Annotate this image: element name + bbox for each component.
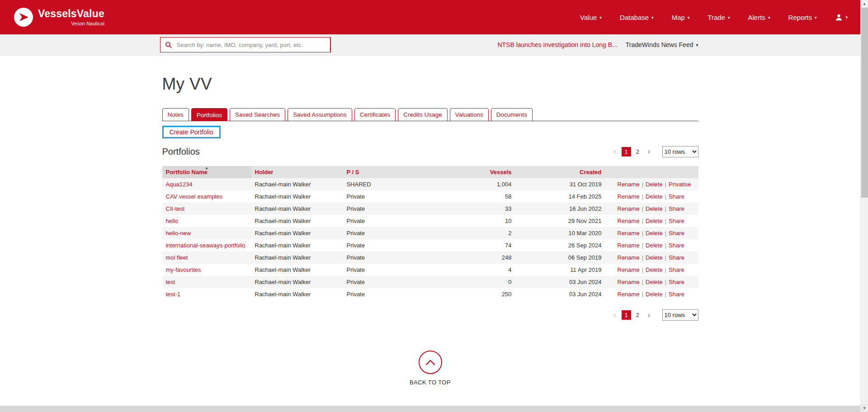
page-button-1[interactable]: 1 xyxy=(622,310,631,320)
share-link[interactable]: Share xyxy=(669,218,684,224)
nav-item-trade[interactable]: Trade▾ xyxy=(708,14,730,21)
next-page-button[interactable]: › xyxy=(644,310,654,320)
vesselsvalue-logo[interactable]: VesselsValue Veson Nautical xyxy=(14,7,104,27)
ps-cell: Private xyxy=(343,203,427,215)
back-to-top-button[interactable]: BACK TO TOP xyxy=(162,350,698,386)
share-link[interactable]: Share xyxy=(669,254,684,261)
vessels-cell: 58 xyxy=(427,190,515,203)
prev-page-button[interactable]: ‹ xyxy=(610,310,620,320)
nav-item-reports[interactable]: Reports▾ xyxy=(788,14,816,21)
share-link[interactable]: Share xyxy=(669,230,684,237)
portfolio-name-link[interactable]: CAV vessel examples xyxy=(166,193,222,200)
share-link[interactable]: Share xyxy=(669,242,684,249)
tab-saved-assumptions[interactable]: Saved Assumptions xyxy=(288,108,352,121)
holder-cell: Rachael-main Walker xyxy=(251,251,343,264)
rename-link[interactable]: Rename xyxy=(618,218,640,224)
back-to-top-circle[interactable] xyxy=(419,350,442,374)
holder-cell: Rachael-main Walker xyxy=(251,178,343,190)
portfolio-name-link[interactable]: CII-test xyxy=(166,205,185,212)
nav-item-value[interactable]: Value▾ xyxy=(580,14,602,21)
rows-per-page-select[interactable]: 10 rows xyxy=(662,146,698,157)
tab-documents[interactable]: Documents xyxy=(491,108,533,121)
tab-valuations[interactable]: Valuations xyxy=(450,108,489,121)
chevron-down-icon: ▾ xyxy=(599,14,602,20)
header-vessels[interactable]: Vessels xyxy=(427,166,515,178)
prev-page-button[interactable]: ‹ xyxy=(610,147,620,156)
delete-link[interactable]: Delete xyxy=(646,218,663,224)
page-button-2[interactable]: 2 xyxy=(633,147,642,156)
header-created[interactable]: Created xyxy=(515,166,605,178)
news-headline-link[interactable]: NTSB launches investigation into Long B.… xyxy=(497,41,617,48)
scrollbar-thumb[interactable] xyxy=(861,8,868,198)
portfolio-name-link[interactable]: international-seaways-portfolio xyxy=(166,242,245,249)
rename-link[interactable]: Rename xyxy=(618,254,640,261)
action-separator: | xyxy=(665,205,666,212)
rename-link[interactable]: Rename xyxy=(618,205,640,212)
privatise-link[interactable]: Privatise xyxy=(669,181,691,188)
page-button-1[interactable]: 1 xyxy=(622,147,631,156)
tab-notes[interactable]: Notes xyxy=(162,108,189,121)
header-portfolio-name[interactable]: ▲ Portfolio Name xyxy=(162,166,251,178)
delete-link[interactable]: Delete xyxy=(646,291,663,298)
next-page-button[interactable]: › xyxy=(644,147,654,156)
table-row: international-seaways-portfolio Rachael-… xyxy=(162,239,698,251)
rename-link[interactable]: Rename xyxy=(618,181,640,188)
holder-cell: Rachael-main Walker xyxy=(251,227,343,239)
portfolio-name-link[interactable]: Aqua1234 xyxy=(166,181,193,188)
nav-item-database[interactable]: Database▾ xyxy=(620,14,654,21)
delete-link[interactable]: Delete xyxy=(646,279,663,285)
share-link[interactable]: Share xyxy=(669,266,684,273)
brand-tagline: Veson Nautical xyxy=(71,21,104,26)
rename-link[interactable]: Rename xyxy=(618,193,640,200)
rename-link[interactable]: Rename xyxy=(618,242,640,249)
scroll-down-button[interactable]: ▼ xyxy=(861,404,868,412)
action-separator: | xyxy=(642,230,643,237)
delete-link[interactable]: Delete xyxy=(646,254,663,261)
nav-item-alerts[interactable]: Alerts▾ xyxy=(748,14,770,21)
vertical-scrollbar[interactable]: ▲ ▼ xyxy=(860,0,868,412)
delete-link[interactable]: Delete xyxy=(646,205,663,212)
portfolio-name-link[interactable]: hello xyxy=(166,218,178,224)
delete-link[interactable]: Delete xyxy=(646,242,663,249)
action-separator: | xyxy=(642,291,643,298)
tab-credits-usage[interactable]: Credits Usage xyxy=(398,108,448,121)
nav-item-label: Database xyxy=(620,14,649,21)
share-link[interactable]: Share xyxy=(669,193,684,200)
tab-certificates[interactable]: Certificates xyxy=(354,108,396,121)
portfolio-name-link[interactable]: test-1 xyxy=(166,291,181,298)
header-ps[interactable]: P / S xyxy=(343,166,427,178)
rename-link[interactable]: Rename xyxy=(618,291,640,298)
delete-link[interactable]: Delete xyxy=(646,193,663,200)
action-separator: | xyxy=(642,266,643,273)
delete-link[interactable]: Delete xyxy=(646,266,663,273)
table-row: Aqua1234 Rachael-main Walker SHARED 1,00… xyxy=(162,178,698,190)
action-separator: | xyxy=(642,181,643,188)
tab-saved-searches[interactable]: Saved Searches xyxy=(230,108,285,121)
scroll-up-button[interactable]: ▲ xyxy=(861,0,868,8)
rename-link[interactable]: Rename xyxy=(618,266,640,273)
rename-link[interactable]: Rename xyxy=(618,230,640,237)
news-feed-dropdown[interactable]: TradeWinds News Feed ▾ xyxy=(626,41,698,48)
tab-portfolios[interactable]: Portfolios xyxy=(191,108,227,121)
create-portfolio-button[interactable]: Create Portfolio xyxy=(164,127,219,137)
rename-link[interactable]: Rename xyxy=(618,279,640,285)
table-row: test-1 Rachael-main Walker Private 250 0… xyxy=(162,288,698,300)
header-portfolio-name-label: Portfolio Name xyxy=(166,169,208,175)
portfolio-name-link[interactable]: mol fleet xyxy=(166,254,188,261)
user-menu[interactable]: ▾ xyxy=(835,13,848,22)
nav-item-map[interactable]: Map▾ xyxy=(672,14,690,21)
portfolio-name-link[interactable]: my-favourites xyxy=(166,266,201,273)
share-link[interactable]: Share xyxy=(669,205,684,212)
search-input[interactable] xyxy=(160,37,331,52)
brand-text: VesselsValue Veson Nautical xyxy=(38,9,104,26)
portfolio-name-link[interactable]: test xyxy=(166,279,175,285)
header-holder[interactable]: Holder xyxy=(251,166,343,178)
delete-link[interactable]: Delete xyxy=(646,181,663,188)
share-link[interactable]: Share xyxy=(669,291,684,298)
page-button-2[interactable]: 2 xyxy=(633,310,642,320)
delete-link[interactable]: Delete xyxy=(646,230,663,237)
rows-per-page-select[interactable]: 10 rows xyxy=(662,309,698,321)
back-to-top-label: BACK TO TOP xyxy=(162,379,698,386)
share-link[interactable]: Share xyxy=(669,279,684,285)
portfolio-name-link[interactable]: hello-new xyxy=(166,230,191,237)
